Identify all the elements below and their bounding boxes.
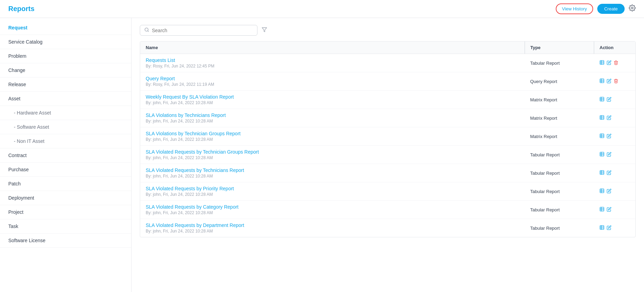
table-row: SLA Violated Requests by Technician Grou… xyxy=(140,146,635,164)
view-icon-8[interactable] xyxy=(599,207,605,213)
table-row: SLA Violated Requests by Priority Report… xyxy=(140,182,635,201)
sidebar-item-13[interactable]: Project xyxy=(0,205,131,219)
view-icon-3[interactable] xyxy=(599,115,605,121)
edit-icon-1[interactable] xyxy=(607,79,611,84)
edit-icon-2[interactable] xyxy=(607,97,611,103)
report-name-8[interactable]: SLA Violated Requests by Category Report xyxy=(146,204,519,210)
report-meta-9: By: john, Fri, Jun 24, 2022 10:28 AM xyxy=(146,229,519,234)
svg-rect-20 xyxy=(600,134,604,138)
svg-point-0 xyxy=(632,7,633,9)
create-button[interactable]: Create xyxy=(597,4,625,14)
table-row: SLA Violated Requests by Department Repo… xyxy=(140,219,635,237)
report-meta-1: By: Rosy, Fri, Jun 24, 2022 11:19 AM xyxy=(146,82,519,87)
report-meta-5: By: john, Fri, Jun 24, 2022 10:28 AM xyxy=(146,155,519,160)
action-cell-6 xyxy=(599,170,630,176)
sidebar-item-7[interactable]: - Software Asset xyxy=(0,120,131,134)
filter-icon[interactable] xyxy=(262,27,267,34)
report-type-1: Query Report xyxy=(525,72,594,91)
sidebar-item-15[interactable]: Software License xyxy=(0,234,131,248)
report-meta-4: By: john, Fri, Jun 24, 2022 10:28 AM xyxy=(146,137,519,142)
report-meta-2: By: john, Fri, Jun 24, 2022 10:28 AM xyxy=(146,100,519,105)
report-meta-7: By: john, Fri, Jun 24, 2022 10:28 AM xyxy=(146,192,519,197)
report-type-8: Tabular Report xyxy=(525,201,594,219)
view-icon-1[interactable] xyxy=(599,78,605,84)
view-icon-0[interactable] xyxy=(599,60,605,66)
sidebar: RequestService CatalogProblemChangeRelea… xyxy=(0,18,131,292)
svg-rect-4 xyxy=(600,61,604,64)
report-meta-0: By: Rosy, Fri, Jun 24, 2022 12:45 PM xyxy=(146,64,519,69)
report-type-5: Tabular Report xyxy=(525,146,594,164)
svg-rect-32 xyxy=(600,189,604,193)
report-name-6[interactable]: SLA Violated Requests by Technicians Rep… xyxy=(146,167,519,173)
delete-icon-0[interactable] xyxy=(614,60,618,66)
search-input-wrap xyxy=(140,25,257,36)
sidebar-item-2[interactable]: Problem xyxy=(0,49,131,63)
view-icon-5[interactable] xyxy=(599,152,605,158)
svg-rect-36 xyxy=(600,207,604,211)
report-name-7[interactable]: SLA Violated Requests by Priority Report xyxy=(146,186,519,191)
sidebar-item-14[interactable]: Task xyxy=(0,219,131,234)
view-icon-9[interactable] xyxy=(599,225,605,231)
edit-icon-6[interactable] xyxy=(607,170,611,176)
action-cell-5 xyxy=(599,152,630,158)
settings-icon[interactable] xyxy=(629,4,636,13)
edit-icon-7[interactable] xyxy=(607,189,611,194)
sidebar-item-10[interactable]: Purchase xyxy=(0,163,131,177)
view-icon-7[interactable] xyxy=(599,188,605,194)
sidebar-item-6[interactable]: - Hardware Asset xyxy=(0,106,131,120)
main-layout: RequestService CatalogProblemChangeRelea… xyxy=(0,18,644,292)
table-row: SLA Violated Requests by Technicians Rep… xyxy=(140,164,635,182)
report-name-3[interactable]: SLA Violations by Technicians Report xyxy=(146,112,519,118)
sidebar-item-4[interactable]: Release xyxy=(0,77,131,92)
report-name-4[interactable]: SLA Violations by Technician Groups Repo… xyxy=(146,131,519,136)
sidebar-item-12[interactable]: Deployment xyxy=(0,191,131,205)
svg-rect-12 xyxy=(600,97,604,101)
search-input[interactable] xyxy=(152,28,253,33)
view-icon-4[interactable] xyxy=(599,133,605,139)
search-icon xyxy=(144,27,149,33)
table-row: SLA Violated Requests by Category Report… xyxy=(140,201,635,219)
report-type-2: Matrix Report xyxy=(525,91,594,109)
svg-rect-8 xyxy=(600,79,604,83)
delete-icon-1[interactable] xyxy=(614,79,618,84)
action-cell-7 xyxy=(599,188,630,194)
table-row: SLA Violations by Technicians ReportBy: … xyxy=(140,109,635,127)
view-icon-2[interactable] xyxy=(599,97,605,103)
report-meta-6: By: john, Fri, Jun 24, 2022 10:28 AM xyxy=(146,174,519,179)
reports-table: Name Type Action Requests ListBy: Rosy, … xyxy=(140,41,636,237)
svg-rect-24 xyxy=(600,152,604,156)
report-type-7: Tabular Report xyxy=(525,182,594,201)
edit-icon-3[interactable] xyxy=(607,115,611,121)
report-name-1[interactable]: Query Report xyxy=(146,76,519,81)
col-name: Name xyxy=(140,42,525,54)
report-type-3: Matrix Report xyxy=(525,109,594,127)
action-cell-0 xyxy=(599,60,630,66)
header: Reports View History Create xyxy=(0,0,644,18)
edit-icon-4[interactable] xyxy=(607,134,611,139)
edit-icon-8[interactable] xyxy=(607,207,611,213)
edit-icon-9[interactable] xyxy=(607,225,611,231)
view-icon-6[interactable] xyxy=(599,170,605,176)
col-action: Action xyxy=(594,42,635,54)
search-bar xyxy=(140,25,636,36)
report-meta-3: By: john, Fri, Jun 24, 2022 10:28 AM xyxy=(146,119,519,124)
sidebar-item-3[interactable]: Change xyxy=(0,63,131,77)
edit-icon-0[interactable] xyxy=(607,60,611,66)
svg-rect-40 xyxy=(600,226,604,229)
col-type: Type xyxy=(525,42,594,54)
sidebar-item-0[interactable]: Request xyxy=(0,21,131,35)
sidebar-item-8[interactable]: - Non IT Asset xyxy=(0,134,131,148)
edit-icon-5[interactable] xyxy=(607,152,611,158)
report-name-0[interactable]: Requests List xyxy=(146,57,519,63)
sidebar-item-9[interactable]: Contract xyxy=(0,148,131,163)
sidebar-item-1[interactable]: Service Catalog xyxy=(0,35,131,49)
action-cell-8 xyxy=(599,207,630,213)
view-history-button[interactable]: View History xyxy=(556,3,593,14)
report-name-9[interactable]: SLA Violated Requests by Department Repo… xyxy=(146,222,519,228)
report-name-2[interactable]: Weekly Request By SLA Violation Report xyxy=(146,94,519,100)
action-cell-9 xyxy=(599,225,630,231)
report-name-5[interactable]: SLA Violated Requests by Technician Grou… xyxy=(146,149,519,155)
sidebar-item-5[interactable]: Asset xyxy=(0,92,131,106)
svg-rect-28 xyxy=(600,171,604,174)
sidebar-item-11[interactable]: Patch xyxy=(0,177,131,191)
